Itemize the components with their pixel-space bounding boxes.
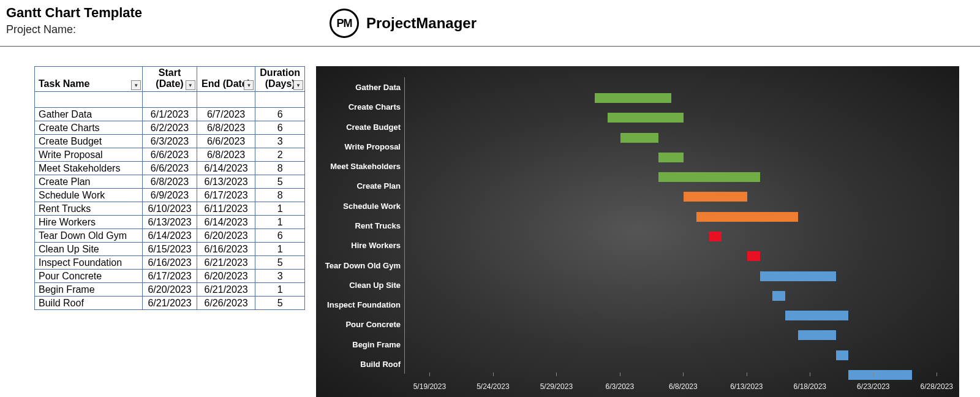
table-cell[interactable]: 6/6/2023 bbox=[143, 148, 197, 162]
table-cell[interactable]: Create Budget bbox=[35, 135, 143, 148]
gantt-row-label: Build Roof bbox=[316, 359, 401, 368]
table-cell[interactable]: 6/26/2023 bbox=[197, 297, 255, 310]
table-row[interactable]: Create Budget6/3/20236/6/20233 bbox=[35, 135, 305, 148]
table-row[interactable]: Create Plan6/8/20236/13/20235 bbox=[35, 175, 305, 189]
table-cell[interactable]: 6 bbox=[255, 121, 305, 135]
table-cell[interactable]: Inspect Foundation bbox=[35, 256, 143, 270]
table-cell[interactable]: 6/21/2023 bbox=[197, 256, 255, 270]
table-cell[interactable]: 6/20/2023 bbox=[197, 229, 255, 243]
table-cell[interactable]: 6/6/2023 bbox=[143, 162, 197, 175]
filter-icon[interactable]: ▼ bbox=[186, 80, 195, 90]
table-cell[interactable]: Hire Workers bbox=[35, 216, 143, 229]
x-tick-mark bbox=[937, 372, 937, 376]
gantt-bar bbox=[658, 172, 760, 182]
table-cell[interactable]: 6/11/2023 bbox=[197, 202, 255, 216]
table-row[interactable]: Build Roof6/21/20236/26/20235 bbox=[35, 297, 305, 310]
gantt-row-label: Inspect Foundation bbox=[316, 300, 401, 309]
col-header-end[interactable]: End (Date) ▼ bbox=[197, 67, 255, 92]
table-cell[interactable]: 6/16/2023 bbox=[197, 243, 255, 256]
table-cell[interactable]: 1 bbox=[255, 243, 305, 256]
table-cell[interactable]: Clean Up Site bbox=[35, 243, 143, 256]
table-cell[interactable]: 6/15/2023 bbox=[143, 243, 197, 256]
table-cell[interactable]: 6/2/2023 bbox=[143, 121, 197, 135]
filter-icon[interactable]: ▼ bbox=[131, 80, 141, 90]
table-cell[interactable]: 6 bbox=[255, 108, 305, 121]
table-cell[interactable]: 6/9/2023 bbox=[143, 189, 197, 202]
x-tick-mark bbox=[873, 372, 874, 376]
x-tick-mark bbox=[556, 372, 557, 376]
table-cell[interactable]: 5 bbox=[255, 297, 305, 310]
col-header-task[interactable]: Task Name ▼ bbox=[35, 67, 143, 92]
table-cell[interactable]: Create Plan bbox=[35, 175, 143, 189]
table-cell[interactable]: 1 bbox=[255, 202, 305, 216]
table-cell[interactable]: 3 bbox=[255, 135, 305, 148]
table-cell[interactable]: Tear Down Old Gym bbox=[35, 229, 143, 243]
table-cell[interactable]: 6/17/2023 bbox=[143, 270, 197, 283]
table-row[interactable]: Schedule Work6/9/20236/17/20238 bbox=[35, 189, 305, 202]
table-cell[interactable]: 6/21/2023 bbox=[197, 283, 255, 297]
table-cell[interactable]: 5 bbox=[255, 175, 305, 189]
table-cell[interactable]: Pour Concrete bbox=[35, 270, 143, 283]
table-cell[interactable]: 5 bbox=[255, 256, 305, 270]
table-cell[interactable]: Begin Frame bbox=[35, 283, 143, 297]
table-row[interactable]: Pour Concrete6/17/20236/20/20233 bbox=[35, 270, 305, 283]
gantt-bar bbox=[620, 133, 658, 143]
brand: PM ProjectManager bbox=[330, 9, 477, 38]
table-cell[interactable]: 6/1/2023 bbox=[143, 108, 197, 121]
table-cell[interactable]: 6/14/2023 bbox=[143, 229, 197, 243]
table-cell[interactable]: 6/20/2023 bbox=[197, 270, 255, 283]
table-cell[interactable]: 6/14/2023 bbox=[197, 162, 255, 175]
table-row[interactable]: Clean Up Site6/15/20236/16/20231 bbox=[35, 243, 305, 256]
table-row[interactable]: Rent Trucks6/10/20236/11/20231 bbox=[35, 202, 305, 216]
table-row[interactable]: Inspect Foundation6/16/20236/21/20235 bbox=[35, 256, 305, 270]
table-cell[interactable]: 6/13/2023 bbox=[197, 175, 255, 189]
table-cell[interactable]: Meet Stakeholders bbox=[35, 162, 143, 175]
table-cell[interactable]: 6/8/2023 bbox=[197, 148, 255, 162]
table-row[interactable]: Tear Down Old Gym6/14/20236/20/20236 bbox=[35, 229, 305, 243]
table-row[interactable]: Meet Stakeholders6/6/20236/14/20238 bbox=[35, 162, 305, 175]
task-table: Task Name ▼ Start (Date) ▼ End (Date) ▼ bbox=[34, 66, 305, 310]
table-row[interactable]: Hire Workers6/13/20236/14/20231 bbox=[35, 216, 305, 229]
table-cell[interactable]: 6/17/2023 bbox=[197, 189, 255, 202]
table-cell[interactable]: 6/6/2023 bbox=[197, 135, 255, 148]
col-header-duration[interactable]: Duration (Days) ▼ bbox=[255, 67, 305, 92]
table-cell[interactable]: 6/21/2023 bbox=[143, 297, 197, 310]
table-row[interactable]: Write Proposal6/6/20236/8/20232 bbox=[35, 148, 305, 162]
table-cell[interactable]: 2 bbox=[255, 148, 305, 162]
gantt-row-label: Meet Stakeholders bbox=[316, 162, 401, 171]
table-cell[interactable]: Build Roof bbox=[35, 297, 143, 310]
table-cell[interactable]: 6/7/2023 bbox=[197, 108, 255, 121]
gantt-row-label: Create Charts bbox=[316, 102, 401, 112]
gantt-plot-area bbox=[404, 77, 949, 374]
table-cell[interactable]: 6/3/2023 bbox=[143, 135, 197, 148]
filter-icon[interactable]: ▼ bbox=[244, 80, 254, 90]
project-name-label: Project Name: bbox=[6, 23, 974, 36]
table-cell[interactable]: 6/20/2023 bbox=[143, 283, 197, 297]
table-cell[interactable]: 6/10/2023 bbox=[143, 202, 197, 216]
table-row[interactable]: Gather Data6/1/20236/7/20236 bbox=[35, 108, 305, 121]
table-cell[interactable]: 8 bbox=[255, 162, 305, 175]
table-cell[interactable]: 6/8/2023 bbox=[197, 121, 255, 135]
x-tick-mark bbox=[747, 372, 747, 376]
table-row[interactable]: Begin Frame6/20/20236/21/20231 bbox=[35, 283, 305, 297]
table-cell[interactable]: Create Charts bbox=[35, 121, 143, 135]
table-cell[interactable]: Rent Trucks bbox=[35, 202, 143, 216]
x-tick-mark bbox=[493, 372, 494, 376]
table-cell[interactable]: 1 bbox=[255, 283, 305, 297]
brand-icon: PM bbox=[330, 9, 359, 38]
table-cell[interactable]: 6/16/2023 bbox=[143, 256, 197, 270]
table-cell[interactable]: 6/13/2023 bbox=[143, 216, 197, 229]
gantt-row-label: Schedule Work bbox=[316, 201, 401, 210]
table-cell[interactable]: Schedule Work bbox=[35, 189, 143, 202]
table-cell[interactable]: 6/8/2023 bbox=[143, 175, 197, 189]
table-cell[interactable]: 1 bbox=[255, 216, 305, 229]
table-cell[interactable]: Gather Data bbox=[35, 108, 143, 121]
table-cell[interactable]: 3 bbox=[255, 270, 305, 283]
table-cell[interactable]: 6/14/2023 bbox=[197, 216, 255, 229]
table-row[interactable]: Create Charts6/2/20236/8/20236 bbox=[35, 121, 305, 135]
col-header-start[interactable]: Start (Date) ▼ bbox=[143, 67, 197, 92]
table-cell[interactable]: 6 bbox=[255, 229, 305, 243]
filter-icon[interactable]: ▼ bbox=[293, 80, 303, 90]
table-cell[interactable]: 8 bbox=[255, 189, 305, 202]
table-cell[interactable]: Write Proposal bbox=[35, 148, 143, 162]
